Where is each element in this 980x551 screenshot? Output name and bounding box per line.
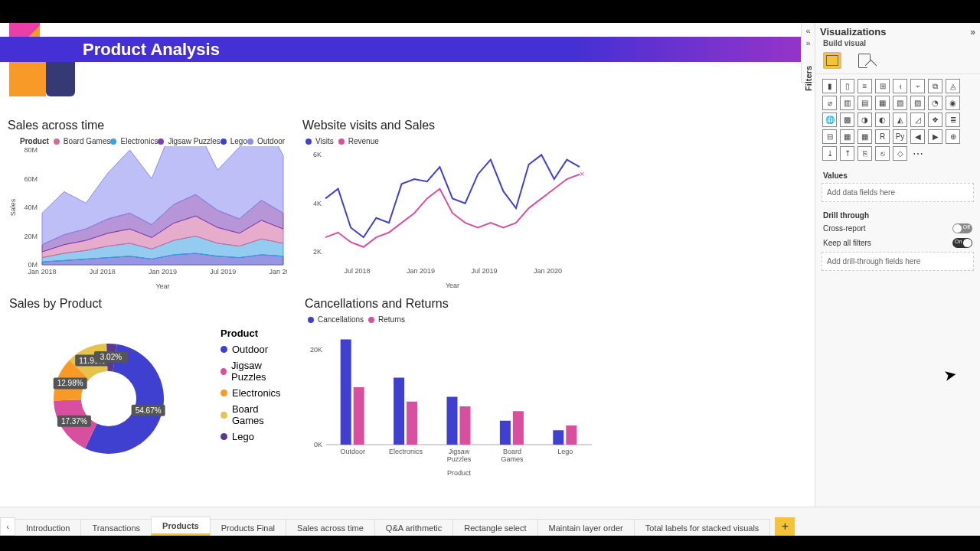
svg-text:Jan 2019: Jan 2019	[149, 268, 177, 276]
viz-type-icon[interactable]: ▮	[822, 79, 837, 93]
legend-item[interactable]: Lego	[220, 137, 247, 145]
viz-type-icon[interactable]: ▦	[840, 129, 854, 144]
viz-type-icon[interactable]: ⊟	[822, 129, 837, 144]
legend-item[interactable]: Outdoor	[220, 344, 292, 355]
viz-type-icon[interactable]: 🌐	[822, 112, 837, 127]
page-title: Product Analysis	[83, 40, 220, 60]
viz-type-icon[interactable]: ◀	[910, 129, 925, 144]
page-tab[interactable]: Products	[151, 517, 211, 536]
drill-through-label: Drill through	[815, 207, 980, 221]
svg-text:40M: 40M	[24, 204, 38, 211]
viz-type-icon[interactable]: R	[875, 129, 890, 144]
svg-text:Year: Year	[446, 282, 459, 289]
svg-rect-42	[460, 406, 471, 445]
page-tab[interactable]: Total labels for stacked visuals	[634, 519, 771, 536]
viz-type-icon[interactable]: ⤒	[840, 146, 854, 161]
page-tab[interactable]: Products Final	[210, 519, 286, 536]
viz-type-icon[interactable]: ⫟	[910, 79, 925, 93]
page-tab[interactable]: Introduction	[15, 519, 81, 536]
viz-type-icon[interactable]: ▨	[910, 96, 925, 110]
viz-type-icon[interactable]: ◐	[875, 112, 890, 127]
legend-item[interactable]: Jigsaw Puzzles	[220, 360, 292, 383]
cross-report-label: Cross-report	[823, 224, 866, 233]
viz-type-icon[interactable]: ⎋	[875, 146, 890, 161]
viz-type-icon[interactable]: ◭	[893, 112, 907, 127]
legend-item[interactable]: Lego	[220, 431, 292, 442]
svg-text:Jul 2018: Jul 2018	[90, 268, 116, 276]
viz-type-icon[interactable]: Py	[893, 129, 907, 144]
legend-item[interactable]: Returns	[368, 315, 405, 324]
values-field-well[interactable]: Add data fields here	[822, 183, 974, 202]
viz-type-icon[interactable]: ◬	[946, 79, 960, 93]
legend-item[interactable]: Revenue	[338, 137, 379, 145]
page-tab[interactable]: Maintain layer order	[537, 519, 635, 536]
viz-type-icon[interactable]: ❖	[928, 112, 942, 127]
viz-type-icon[interactable]: ⎘	[858, 146, 872, 161]
svg-text:Jan 2018: Jan 2018	[28, 268, 56, 276]
viz-type-icon[interactable]: ▥	[840, 96, 854, 110]
viz-type-icon[interactable]: ◿	[910, 112, 925, 127]
tab-nav-prev[interactable]: ‹	[0, 517, 15, 536]
add-page-button[interactable]: +	[775, 517, 795, 536]
chart-title: Cancellations and Returns	[305, 297, 596, 311]
visualizations-pane: Visualizations » Build visual ▮▯≡⊞⫞⫟⧉◬⌀▥…	[815, 23, 980, 507]
chart-title: Website visits and Sales	[302, 119, 593, 132]
keep-filters-toggle[interactable]: On	[952, 238, 972, 248]
svg-text:Jan 2020: Jan 2020	[269, 268, 287, 276]
page-tab[interactable]: Q&A arithmetic	[374, 519, 453, 536]
legend-item[interactable]: Cancellations	[308, 315, 364, 324]
svg-text:Sales: Sales	[9, 198, 17, 216]
viz-type-icon[interactable]: ▩	[840, 112, 854, 127]
viz-type-icon[interactable]: ▦	[858, 129, 872, 144]
page-tab[interactable]: Rectangle select	[452, 519, 537, 536]
page-tab[interactable]: Sales across time	[286, 519, 375, 536]
svg-text:20M: 20M	[24, 232, 38, 240]
viz-type-icon[interactable]: ▯	[840, 79, 854, 93]
chart-cancellations-returns[interactable]: Cancellations and Returns CancellationsR…	[305, 297, 596, 481]
title-banner: Product Analysis	[0, 37, 814, 62]
viz-type-icon[interactable]: ⊕	[946, 129, 960, 144]
viz-type-icon[interactable]: ◇	[893, 146, 907, 161]
filters-pane-collapsed[interactable]: « » Filters	[801, 23, 815, 83]
expand-left-icon[interactable]: «	[805, 26, 810, 35]
viz-type-icon[interactable]: ◉	[946, 96, 960, 110]
svg-text:3.02%: 3.02%	[100, 353, 122, 361]
format-page-tab[interactable]	[857, 52, 874, 69]
page-tab-strip: ‹ IntroductionTransactionsProductsProduc…	[0, 507, 980, 536]
legend-item[interactable]: Board Games	[54, 137, 111, 145]
cross-report-toggle[interactable]: Off	[952, 223, 972, 233]
viz-type-icon[interactable]: ⊞	[875, 79, 890, 93]
svg-rect-39	[407, 402, 417, 445]
viz-type-icon[interactable]: ▦	[875, 96, 890, 110]
viz-type-icon[interactable]: ▧	[893, 96, 907, 110]
viz-type-icon[interactable]: ≡	[858, 79, 872, 93]
viz-type-icon[interactable]: ◔	[928, 96, 942, 110]
chart-sales-across-time[interactable]: Sales across time Product Board GamesEle…	[8, 119, 291, 295]
report-canvas[interactable]: Product Analysis Sales across time Produ…	[0, 23, 814, 507]
viz-type-icon[interactable]: ⋯	[910, 146, 925, 161]
viz-type-icon[interactable]: ⌀	[822, 96, 837, 110]
viz-type-icon[interactable]: ▶	[928, 129, 942, 144]
viz-type-icon[interactable]: ▤	[858, 96, 872, 110]
svg-text:80M: 80M	[24, 146, 38, 154]
legend-item[interactable]: Visits	[305, 137, 334, 145]
legend-item[interactable]: Jigsaw Puzzles	[158, 137, 220, 145]
chart-sales-by-product[interactable]: Sales by Product 54.67%17.37%12.98%11.96…	[9, 297, 292, 481]
drillthrough-field-well[interactable]: Add drill-through fields here	[822, 252, 974, 271]
legend-item[interactable]: Board Games	[220, 403, 292, 426]
expand-right-icon[interactable]: »	[805, 38, 810, 47]
legend-item[interactable]: Electronics	[220, 387, 292, 399]
legend-item[interactable]: Electronics	[110, 137, 158, 145]
viz-type-icon[interactable]: ≣	[946, 112, 960, 127]
collapse-pane-icon[interactable]: »	[970, 27, 975, 37]
svg-text:Outdoor: Outdoor	[340, 448, 365, 455]
page-tab[interactable]: Transactions	[80, 519, 152, 536]
legend-item[interactable]: Outdoor	[247, 137, 285, 145]
viz-type-icon[interactable]: ◑	[858, 112, 872, 127]
viz-type-icon[interactable]: ⫞	[893, 79, 907, 93]
chart-website-visits-sales[interactable]: Website visits and Sales VisitsRevenue 2…	[302, 119, 593, 295]
viz-type-icon[interactable]: ⤓	[822, 146, 837, 161]
svg-text:2K: 2K	[313, 248, 322, 256]
build-visual-tab[interactable]	[823, 52, 841, 69]
viz-type-icon[interactable]: ⧉	[928, 79, 942, 93]
